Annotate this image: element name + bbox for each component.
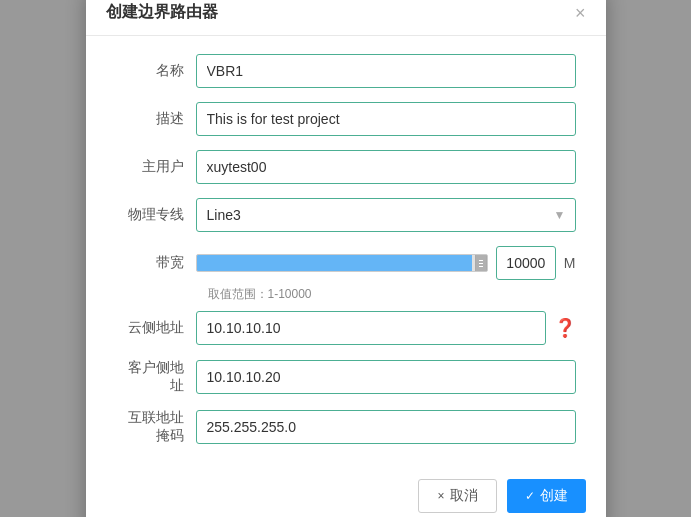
line-row: 物理专线 Line1 Line2 Line3 Line4 ▼: [116, 198, 576, 232]
cancel-label: 取消: [450, 487, 478, 505]
user-input[interactable]: [196, 150, 576, 184]
desc-input[interactable]: [196, 102, 576, 136]
thumb-line: [479, 260, 483, 261]
client-ip-row: 客户侧地址: [116, 359, 576, 395]
create-router-dialog: 创建边界路由器 × 名称 描述 主用户 物理专线 Line1 Line2 Li: [86, 0, 606, 517]
user-label: 主用户: [116, 158, 196, 176]
subnet-row: 互联地址掩码: [116, 409, 576, 445]
desc-label: 描述: [116, 110, 196, 128]
close-button[interactable]: ×: [575, 4, 586, 22]
thumb-lines: [479, 260, 483, 267]
line-label: 物理专线: [116, 206, 196, 224]
bandwidth-row: 带宽 M: [116, 246, 576, 280]
thumb-line: [479, 263, 483, 264]
bandwidth-unit: M: [564, 255, 576, 271]
name-input[interactable]: [196, 54, 576, 88]
cloud-ip-row: 云侧地址 ❓: [116, 311, 576, 345]
subnet-label: 互联地址掩码: [116, 409, 196, 445]
line-select[interactable]: Line1 Line2 Line3 Line4: [196, 198, 576, 232]
subnet-input[interactable]: [196, 410, 576, 444]
cloud-ip-input[interactable]: [196, 311, 546, 345]
bandwidth-track[interactable]: [196, 254, 488, 272]
create-button[interactable]: ✓ 创建: [507, 479, 586, 513]
dialog-footer: × 取消 ✓ 创建: [86, 469, 606, 517]
cancel-button[interactable]: × 取消: [418, 479, 496, 513]
create-label: 创建: [540, 487, 568, 505]
bandwidth-label: 带宽: [116, 254, 196, 272]
help-icon[interactable]: ❓: [554, 317, 576, 339]
bandwidth-slider-wrap: [196, 246, 488, 280]
bandwidth-fill: [197, 255, 473, 271]
desc-row: 描述: [116, 102, 576, 136]
cancel-icon: ×: [437, 489, 444, 503]
cloud-ip-label: 云侧地址: [116, 319, 196, 337]
thumb-line: [479, 266, 483, 267]
dialog-body: 名称 描述 主用户 物理专线 Line1 Line2 Line3 Line4 ▼: [86, 36, 606, 469]
bandwidth-hint: 取值范围：1-10000: [208, 286, 576, 303]
bandwidth-controls: M: [196, 246, 576, 280]
line-select-wrapper: Line1 Line2 Line3 Line4 ▼: [196, 198, 576, 232]
client-ip-input[interactable]: [196, 360, 576, 394]
name-label: 名称: [116, 62, 196, 80]
name-row: 名称: [116, 54, 576, 88]
create-icon: ✓: [525, 489, 535, 503]
dialog-title: 创建边界路由器: [106, 2, 218, 23]
client-ip-label: 客户侧地址: [116, 359, 196, 395]
dialog-header: 创建边界路由器 ×: [86, 0, 606, 36]
user-row: 主用户: [116, 150, 576, 184]
bandwidth-thumb[interactable]: [475, 254, 487, 272]
bandwidth-number-input[interactable]: [496, 246, 556, 280]
